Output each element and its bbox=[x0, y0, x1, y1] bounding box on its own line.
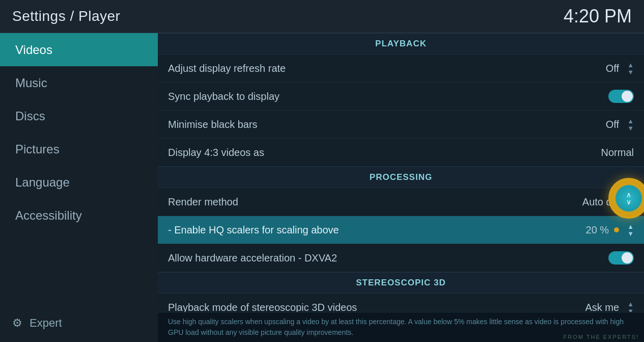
circle-scroll-button[interactable]: ∧ ∨ bbox=[608, 178, 644, 219]
toggle-knob bbox=[622, 91, 633, 102]
toggle-knob bbox=[622, 252, 633, 264]
hw-acceleration-toggle[interactable] bbox=[608, 251, 634, 265]
setting-hw-acceleration[interactable]: Allow hardware acceleration - DXVA2 bbox=[158, 244, 644, 272]
display-43-value: Normal bbox=[601, 147, 634, 159]
sidebar: Videos Music Discs Pictures Language Acc… bbox=[0, 33, 158, 342]
sidebar-item-language[interactable]: Language bbox=[0, 166, 158, 199]
setting-adjust-refresh-rate[interactable]: Adjust display refresh rate Off ▲ ▼ bbox=[158, 55, 644, 83]
header: Settings / Player 4:20 PM bbox=[0, 0, 644, 33]
page-title: Settings / Player bbox=[12, 8, 120, 24]
chevron-up-icon: ▲ bbox=[627, 62, 634, 68]
circle-button-inner: ∧ ∨ bbox=[626, 191, 631, 205]
adjust-refresh-value: Off ▲ ▼ bbox=[606, 62, 634, 75]
expert-label: Expert bbox=[30, 317, 62, 330]
render-method-label: Render method bbox=[168, 196, 238, 208]
hq-scalers-chevrons: ▲ ▼ bbox=[627, 223, 634, 237]
display-43-label: Display 4:3 videos as bbox=[168, 147, 264, 159]
minimise-bars-chevrons: ▲ ▼ bbox=[627, 118, 634, 131]
playback-section-header: Playback bbox=[158, 33, 644, 55]
sync-playback-toggle[interactable] bbox=[608, 90, 634, 103]
sidebar-item-accessibility[interactable]: Accessibility bbox=[0, 199, 158, 232]
setting-display-43[interactable]: Display 4:3 videos as Normal bbox=[158, 139, 644, 167]
processing-section-header: Processing bbox=[158, 167, 644, 188]
stereoscopic-section-header: Stereoscopic 3D bbox=[158, 272, 644, 294]
minimise-bars-value: Off ▲ ▼ bbox=[606, 118, 634, 131]
hw-acceleration-value bbox=[608, 251, 634, 265]
sidebar-label-pictures: Pictures bbox=[15, 142, 60, 156]
chevron-down-icon: ▼ bbox=[627, 230, 634, 237]
adjust-refresh-chevrons: ▲ ▼ bbox=[627, 62, 634, 75]
chevron-down-icon: ▼ bbox=[627, 125, 634, 131]
chevron-down-icon: ▼ bbox=[627, 69, 634, 75]
sidebar-label-videos: Videos bbox=[15, 43, 52, 57]
setting-render-method[interactable]: Render method Auto detect ∧ ∨ bbox=[158, 188, 644, 216]
sidebar-label-accessibility: Accessibility bbox=[15, 208, 82, 223]
sidebar-item-videos[interactable]: Videos bbox=[0, 33, 158, 66]
chevron-up-circle-icon: ∧ bbox=[626, 191, 631, 198]
chevron-up-icon: ▲ bbox=[627, 118, 634, 124]
sidebar-item-pictures[interactable]: Pictures bbox=[0, 133, 158, 166]
setting-sync-playback[interactable]: Sync playback to display bbox=[158, 83, 644, 111]
gear-icon: ⚙ bbox=[12, 317, 22, 330]
adjust-refresh-label: Adjust display refresh rate bbox=[168, 63, 286, 74]
dot-indicator-icon bbox=[614, 227, 619, 232]
sync-playback-label: Sync playback to display bbox=[168, 91, 279, 102]
sidebar-label-language: Language bbox=[15, 175, 70, 190]
hw-acceleration-label: Allow hardware acceleration - DXVA2 bbox=[168, 252, 337, 264]
layout: Videos Music Discs Pictures Language Acc… bbox=[0, 33, 644, 342]
minimise-bars-label: Minimise black bars bbox=[168, 119, 258, 130]
sync-playback-value bbox=[608, 90, 634, 103]
hq-scalers-value: 20 % ▲ ▼ bbox=[586, 223, 634, 237]
clock: 4:20 PM bbox=[564, 6, 632, 27]
sidebar-item-music[interactable]: Music bbox=[0, 66, 158, 99]
chevron-up-icon: ▲ bbox=[627, 301, 634, 307]
chevron-up-icon: ▲ bbox=[627, 223, 634, 230]
setting-hq-scalers[interactable]: - Enable HQ scalers for scaling above 20… bbox=[158, 216, 644, 244]
chevron-down-circle-icon: ∨ bbox=[626, 198, 631, 205]
setting-minimise-bars[interactable]: Minimise black bars Off ▲ ▼ bbox=[158, 111, 644, 139]
sidebar-label-music: Music bbox=[15, 76, 47, 90]
hint-text: Use high quality scalers when upscaling … bbox=[168, 318, 624, 336]
sidebar-label-discs: Discs bbox=[15, 109, 45, 123]
sidebar-nav: Videos Music Discs Pictures Language Acc… bbox=[0, 33, 158, 232]
hq-scalers-label: - Enable HQ scalers for scaling above bbox=[168, 224, 339, 236]
expert-button[interactable]: ⚙ Expert bbox=[0, 309, 158, 337]
sidebar-item-discs[interactable]: Discs bbox=[0, 99, 158, 133]
main-content: Playback Adjust display refresh rate Off… bbox=[158, 33, 644, 342]
watermark: FROM THE EXPERTS! bbox=[563, 334, 639, 340]
